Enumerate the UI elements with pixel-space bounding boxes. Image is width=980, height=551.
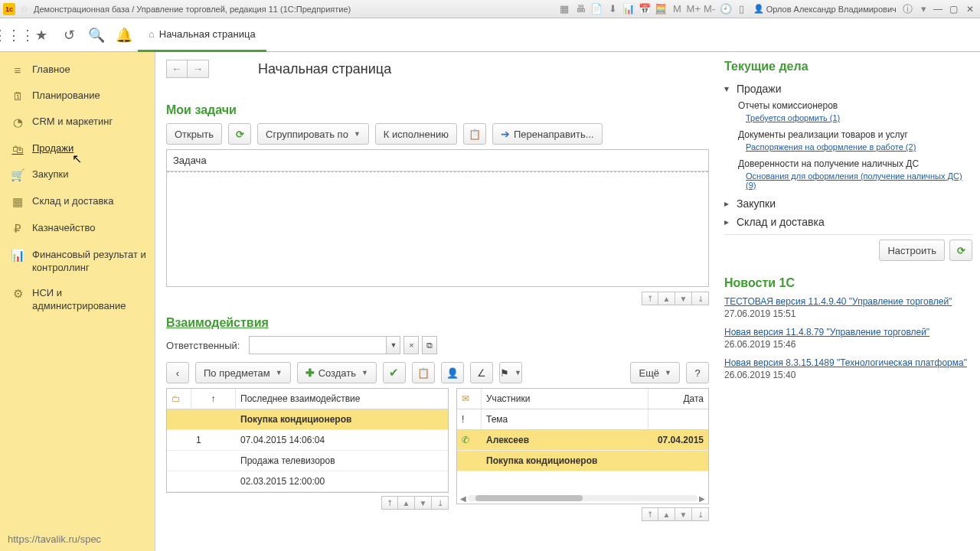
chart-icon[interactable]: 📊 [622, 3, 635, 15]
tasks-column-header[interactable]: Задача [167, 150, 708, 171]
right-arrow-icon[interactable]: ▶ [697, 494, 707, 503]
col-flag-icon[interactable]: ! [457, 409, 482, 429]
sidebar-item-treasury[interactable]: ₽Казначейство [0, 215, 155, 242]
m-plus-icon[interactable]: M+ [687, 3, 701, 15]
configure-button[interactable]: Настроить [879, 240, 945, 261]
calendar-icon[interactable]: 📅 [638, 3, 652, 15]
table-row[interactable]: 02.03.2015 12:00:00 [167, 471, 448, 492]
apps-icon[interactable]: ⋮⋮⋮ [0, 18, 28, 52]
table-row[interactable]: Покупка кондиционеров [167, 409, 448, 430]
up-icon[interactable]: ▲ [658, 507, 675, 521]
reply-button[interactable]: ∠ [470, 362, 493, 383]
hscroll[interactable]: ◀▶ [457, 493, 708, 504]
info-icon[interactable]: ⓘ [901, 2, 915, 16]
sidebar-item-warehouse[interactable]: ▦Склад и доставка [0, 188, 155, 215]
sidebar-item-main[interactable]: ≡Главное [0, 57, 155, 83]
maximize-icon[interactable]: ▢ [947, 4, 961, 15]
last-icon[interactable]: ⤓ [692, 507, 709, 521]
close-icon[interactable]: ✕ [963, 4, 977, 15]
sidebar-item-planning[interactable]: 🗓Планирование [0, 83, 155, 109]
search-icon[interactable]: 🔍 [83, 18, 110, 52]
table-row[interactable]: Покупка кондиционеров [457, 451, 708, 471]
col-date[interactable]: Дата [648, 389, 708, 409]
doc-icon[interactable]: 📄 [590, 3, 603, 15]
by-subject-button[interactable]: По предметам▼ [195, 362, 291, 383]
back-icon[interactable]: ← [166, 60, 188, 78]
sidebar-item-finance[interactable]: 📊Финансовый результат и контроллинг [0, 242, 155, 280]
affairs-link[interactable]: Распоряжения на оформление в работе (2) [724, 142, 972, 152]
left-arrow-icon[interactable]: ◀ [459, 494, 468, 503]
affairs-link[interactable]: Основания для оформления (получение нали… [724, 171, 972, 190]
down-icon[interactable]: ▼ [675, 292, 692, 305]
redirect-button[interactable]: ➔Перенаправить... [492, 123, 603, 145]
check-button[interactable]: ✔ [383, 362, 406, 383]
sidebar-item-crm[interactable]: ◔CRM и маркетинг [0, 109, 155, 135]
flag-button[interactable]: ⚑▼ [499, 362, 522, 383]
up-icon[interactable]: ▲ [658, 292, 675, 305]
person-button[interactable]: 👤 [441, 362, 464, 383]
col-last[interactable]: Последнее взаимодействие [236, 389, 448, 409]
table-row[interactable]: 107.04.2015 14:06:04 [167, 430, 448, 451]
tasks-title: Мои задачи [166, 103, 709, 117]
news-link[interactable]: Новая версия 11.4.8.79 "Управление торго… [724, 327, 972, 337]
col-participants[interactable]: Участники [482, 389, 648, 409]
col-icon[interactable]: 🗀 [167, 389, 191, 409]
table-row[interactable]: Продажа телевизоров [167, 451, 448, 471]
chevron-down-icon[interactable]: ▼ [387, 336, 400, 354]
sidebar-item-admin[interactable]: ⚙НСИ и администрирование [0, 280, 155, 318]
col-sort[interactable]: ↑ [191, 389, 236, 409]
down-icon[interactable]: ▼ [415, 496, 432, 510]
news-link[interactable]: ТЕСТОВАЯ версия 11.4.9.40 "Управление то… [724, 296, 972, 307]
user-block[interactable]: 👤 Орлов Александр Владимирович [753, 4, 897, 14]
bell-icon[interactable]: 🔔 [110, 18, 138, 52]
first-icon[interactable]: ⤒ [642, 292, 658, 305]
up-icon[interactable]: ▲ [398, 496, 415, 510]
expand-icon[interactable]: ⧉ [422, 336, 437, 354]
prev-button[interactable]: ‹ [166, 362, 189, 383]
last-icon[interactable]: ⤓ [692, 292, 709, 305]
forward-icon[interactable]: → [188, 60, 209, 78]
create-button[interactable]: ✚Создать▼ [297, 362, 377, 383]
tab-home[interactable]: ⌂ Начальная страница [138, 18, 266, 52]
tasks-body[interactable] [167, 171, 708, 286]
last-icon[interactable]: ⤓ [432, 496, 449, 510]
sidebar-item-label: Склад и доставка [32, 194, 114, 207]
book-icon[interactable]: ▯ [735, 3, 749, 15]
table-row[interactable]: ✆ Алексеев 07.04.2015 [457, 430, 708, 451]
responsible-input[interactable] [249, 336, 387, 354]
affairs-sales[interactable]: ▾Продажи [724, 80, 972, 98]
clear-icon[interactable]: × [403, 336, 419, 354]
accept-button[interactable]: 📋 [463, 123, 486, 145]
m-minus-icon[interactable]: M- [703, 3, 717, 15]
dropdown-icon[interactable]: ▾ [917, 3, 931, 15]
more-button[interactable]: Ещё▼ [630, 362, 680, 383]
history-icon[interactable]: ↺ [55, 18, 83, 52]
news-link[interactable]: Новая версия 8.3.15.1489 "Технологическа… [724, 357, 972, 368]
calc-icon[interactable]: 🧮 [654, 3, 668, 15]
download-icon[interactable]: ⬇ [606, 3, 619, 15]
open-button[interactable]: Открыть [166, 123, 222, 145]
col-topic[interactable]: Тема [482, 409, 648, 429]
print-icon[interactable]: 🖶 [573, 3, 587, 15]
favorite-icon[interactable]: ★ [28, 18, 55, 52]
affairs-purchases[interactable]: ▸Закупки [724, 194, 972, 213]
first-icon[interactable]: ⤒ [381, 496, 398, 510]
first-icon[interactable]: ⤒ [642, 507, 658, 521]
copy-button[interactable]: 📋 [412, 362, 435, 383]
help-button[interactable]: ? [686, 362, 709, 383]
m-icon[interactable]: M [671, 3, 684, 15]
col-mail-icon[interactable]: ✉ [457, 389, 482, 409]
affairs-link[interactable]: Требуется оформить (1) [724, 113, 972, 122]
interactions-title[interactable]: Взаимодействия [166, 316, 709, 330]
clock-icon[interactable]: 🕘 [719, 3, 733, 15]
down-icon[interactable]: ▼ [675, 507, 692, 521]
refresh-button[interactable]: ⟳ [228, 123, 251, 145]
group-button[interactable]: Сгруппировать по▼ [257, 123, 369, 145]
row-date: 02.03.2015 12:00:00 [236, 471, 448, 491]
refresh-button[interactable]: ⟳ [949, 240, 972, 261]
grid-icon[interactable]: ▦ [557, 3, 571, 15]
minimize-icon[interactable]: — [931, 4, 945, 15]
due-button[interactable]: К исполнению [375, 123, 457, 145]
affairs-warehouse[interactable]: ▸Склад и доставка [724, 213, 972, 231]
star-icon[interactable]: ☆ [20, 3, 29, 15]
